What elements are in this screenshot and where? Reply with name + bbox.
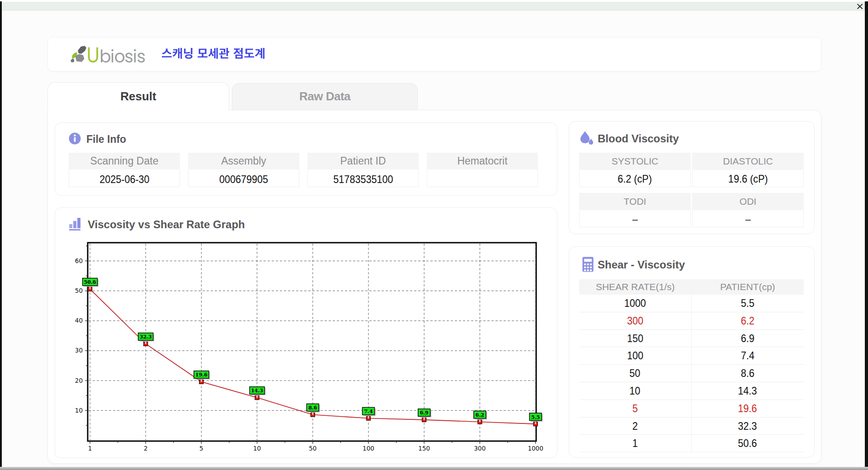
tab-raw-data[interactable]: Raw Data [232,83,418,110]
value-text: 7.4 [741,347,755,364]
value-text: 6.2 [741,312,755,329]
chart-svg: 1251050100150300100010203040506050.632.3… [55,208,558,459]
window-edge-right [865,1,868,467]
ubiosis-logo [68,43,146,66]
field-value: 000679905 [188,169,299,187]
file-info-col: Hematocrit [427,153,538,187]
value-text: – [632,210,637,228]
file-info-col: Scanning Date 2025-06-30 [69,153,180,187]
value-text: 5.5 [741,295,755,312]
value-text: 2 [632,418,638,435]
value-text: 19.6 [738,400,757,417]
value-text: 1000 [624,295,646,312]
app-title-korean [162,48,264,59]
logo-biosis [101,49,145,63]
table-row: 508.6 [579,365,804,382]
value-text: 1 [632,435,638,452]
file-info-title: File Info [86,133,126,146]
blood-viscosity-row: SYSTOLIC 6.2 (cP) DIASTOLIC 19.6 (cP) [579,153,804,187]
cell-shear-rate: 300 [579,312,692,329]
metric-label: TODI [579,193,691,210]
cell-patient: 8.6 [692,365,804,382]
svg-text:8.6: 8.6 [308,405,317,411]
value-text: 2025-06-30 [99,169,149,189]
field-value: 2025-06-30 [69,169,180,187]
file-info-col: Assembly 000679905 [188,153,299,187]
header-card [47,37,821,71]
cell-shear-rate: 1 [579,435,692,452]
cell-shear-rate: 5 [579,400,692,417]
metric-label: ODI [692,193,804,210]
cell-patient: 7.4 [692,347,804,364]
value-text: 6.2 (cP) [618,170,652,188]
svg-text:5.5: 5.5 [531,414,540,420]
table-row: 3006.2 [579,312,804,330]
logo-u [88,47,98,63]
field-label: Hematocrit [427,153,538,169]
shear-viscosity-card: Shear - Viscosity SHEAR RATE(1/s) PATIEN… [569,246,815,458]
field-label: Scanning Date [69,153,180,169]
svg-text:300: 300 [474,445,486,452]
field-label: Assembly [188,153,299,169]
metric-value: – [692,210,804,227]
svg-text:40: 40 [75,317,83,324]
svg-text:50.6: 50.6 [84,279,96,285]
cell-patient: 6.2 [692,312,804,329]
cell-patient: 5.5 [692,295,804,312]
table-header: SHEAR RATE(1/s) PATIENT(cp) [579,279,804,295]
metric-value: 6.2 (cP) [579,170,691,187]
close-button[interactable]: × [855,2,865,10]
cell-patient: 50.6 [692,435,804,452]
cell-shear-rate: 100 [579,347,692,364]
app-page: Result Raw Data File Info Scanning Date … [2,11,865,467]
svg-text:1000: 1000 [528,445,543,452]
window-titlebar: × [2,2,865,11]
value-text: – [745,210,750,228]
svg-text:30: 30 [75,347,83,354]
svg-text:19.6: 19.6 [195,372,208,378]
file-info-grid: Scanning Date 2025-06-30 Assembly 000679… [69,153,544,187]
field-value [427,169,538,187]
svg-text:5: 5 [199,445,203,452]
value-text: 50.6 [738,435,757,452]
svg-text:20: 20 [75,377,83,384]
cell-shear-rate: 150 [579,330,692,347]
metric-label: SYSTOLIC [579,153,691,170]
value-text: 100 [627,347,643,364]
blood-viscosity-title: Blood Viscosity [598,132,679,145]
cell-patient: 19.6 [692,400,804,417]
field-value: 51783535100 [307,169,419,187]
table-row: 519.6 [579,400,804,418]
tab-result[interactable]: Result [47,82,229,110]
svg-text:6.2: 6.2 [476,412,484,418]
svg-text:14.3: 14.3 [251,388,263,394]
svg-text:50: 50 [309,445,316,452]
svg-text:32.3: 32.3 [140,334,152,340]
viscosity-graph-card: Viscosity vs Shear Rate Graph 1251050100… [55,207,557,458]
value-text: 150 [627,330,643,347]
column-header: PATIENT(cp) [692,279,804,295]
table-row: 150.6 [579,435,804,452]
svg-text:10: 10 [253,445,261,452]
value-text: 300 [627,312,643,329]
value-text: 32.3 [738,418,757,435]
droplet-icon [580,131,594,145]
shear-viscosity-table: SHEAR RATE(1/s) PATIENT(cp) 10005.5 3006… [579,279,804,452]
table-row: 1506.9 [579,330,804,348]
table-row: 10005.5 [579,295,804,312]
column-header: SHEAR RATE(1/s) [579,279,692,295]
cell-patient: 14.3 [692,382,804,400]
logo-mark [71,46,86,63]
cell-patient: 6.9 [692,330,804,347]
value-text: 8.6 [741,365,755,382]
svg-text:2: 2 [144,445,148,452]
metric-label: DIASTOLIC [692,153,804,170]
cell-shear-rate: 1000 [579,295,692,312]
metric-value: 19.6 (cP) [692,170,804,187]
value-text: 51783535100 [333,169,393,189]
value-text: 000679905 [219,169,268,189]
svg-text:7.4: 7.4 [364,409,373,414]
metric-value: – [579,210,691,227]
cell-shear-rate: 2 [579,418,692,435]
svg-text:60: 60 [75,257,83,264]
